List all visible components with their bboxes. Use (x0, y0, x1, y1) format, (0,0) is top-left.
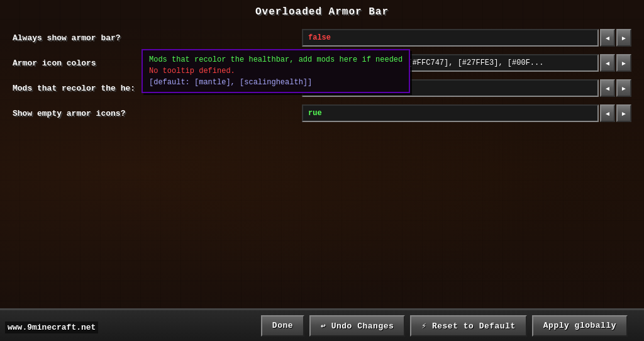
tooltip-popup: Mods that recolor the healthbar, add mod… (142, 49, 410, 93)
value-text-always-show: false (308, 33, 331, 42)
setting-row-empty-armor: Show empty armor icons? rue ◄ ► (13, 102, 631, 125)
value-always-show-armor-bar[interactable]: false (302, 29, 599, 47)
done-button[interactable]: Done (261, 315, 304, 337)
label-always-show-armor-bar: Always show armor bar? (13, 33, 302, 43)
btn-left-armor-colors[interactable]: ◄ (600, 54, 615, 72)
tooltip-line3: [default: [mantle], [scalinghealth]] (149, 77, 402, 88)
label-show-empty-armor: Show empty armor icons? (13, 109, 302, 118)
btn-right-empty-armor[interactable]: ► (616, 104, 631, 122)
btn-left-empty-armor[interactable]: ◄ (600, 104, 615, 122)
page-title: Overloaded Armor Bar (0, 0, 644, 23)
main-content: Overloaded Armor Bar Always show armor b… (0, 0, 644, 308)
tooltip-line2: No tooltip defined. (149, 65, 402, 77)
apply-globally-button[interactable]: Apply globally (532, 315, 628, 337)
btn-left-armor-bar[interactable]: ◄ (600, 29, 615, 47)
setting-row-armor-bar: Always show armor bar? false ◄ ► (13, 26, 631, 49)
btn-right-armor-bar[interactable]: ► (616, 29, 631, 47)
bottom-bar: www.9minecraft.net Done ↩ Undo Changes ⚡… (0, 308, 644, 341)
btn-right-mods-recolor[interactable]: ► (616, 79, 631, 97)
watermark: www.9minecraft.net (5, 321, 98, 333)
undo-changes-button[interactable]: ↩ Undo Changes (309, 315, 405, 337)
tooltip-line1: Mods that recolor the healthbar, add mod… (149, 54, 402, 65)
value-text-show-empty: rue (308, 109, 322, 118)
btn-right-armor-colors[interactable]: ► (616, 54, 631, 72)
value-show-empty-armor[interactable]: rue (302, 104, 599, 122)
btn-left-mods-recolor[interactable]: ◄ (600, 79, 615, 97)
reset-to-default-button[interactable]: ⚡ Reset to Default (410, 315, 526, 337)
